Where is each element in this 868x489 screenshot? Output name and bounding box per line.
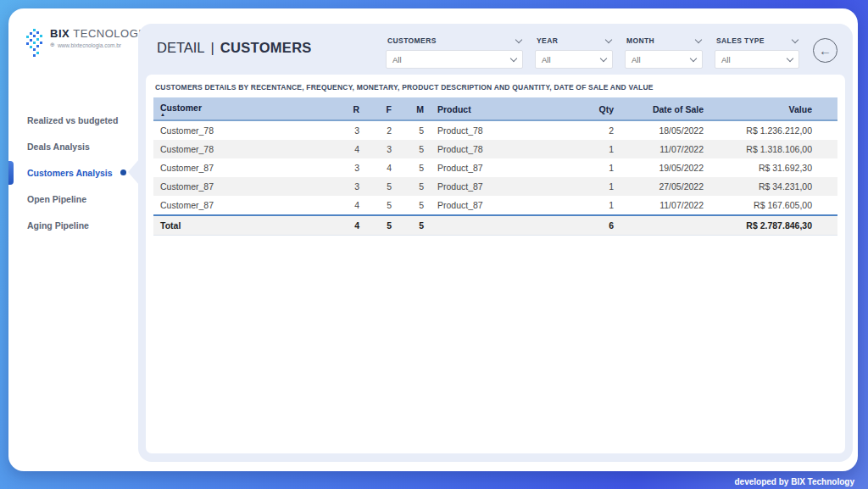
brand-name: BIX TECNOLOGIA	[50, 27, 150, 40]
cell-r: 3	[334, 120, 366, 140]
cell-date: 19/05/2022	[620, 158, 710, 177]
sidebar-item-realized-vs-budgeted[interactable]: Realized vs budgeted	[8, 107, 138, 133]
column-header-date-of-sale[interactable]: Date of Sale	[620, 97, 710, 120]
sidebar-item-label: Open Pipeline	[27, 194, 86, 204]
column-header-product[interactable]: Product	[431, 97, 565, 120]
sidebar-item-aging-pipeline[interactable]: Aging Pipeline	[8, 212, 138, 238]
back-arrow-icon: ←	[819, 44, 832, 57]
column-header-f[interactable]: F	[366, 97, 398, 120]
cell-product: Product_87	[431, 177, 565, 196]
sidebar-item-label: Customers Analysis	[27, 168, 113, 178]
filter-sales-type-dropdown[interactable]: All	[715, 50, 799, 69]
cell-m: 5	[398, 120, 431, 140]
filter-customers-dropdown[interactable]: All	[386, 50, 523, 69]
filter-value: All	[542, 55, 551, 64]
cell-product: Product_78	[431, 120, 565, 140]
customers-detail-table: Customer ▲ R F M Product Qty Date of Sal…	[153, 97, 837, 236]
sidebar-item-open-pipeline[interactable]: Open Pipeline	[8, 186, 138, 212]
column-header-customer[interactable]: Customer ▲	[153, 97, 334, 120]
filter-year-header: YEAR	[535, 34, 613, 47]
filter-customers-header: CUSTOMERS	[386, 34, 523, 47]
table-header-row: Customer ▲ R F M Product Qty Date of Sal…	[153, 97, 837, 120]
brand-website: ⊕ www.bixtecnologia.com.br	[50, 42, 150, 48]
page-title-prefix: DETAIL	[157, 40, 205, 55]
cell-qty: 2	[565, 120, 620, 140]
filter-sales-type-header: SALES TYPE	[715, 34, 799, 47]
developer-credit: developed by BIX Technology	[734, 477, 854, 486]
filter-month-header: MONTH	[625, 34, 703, 47]
cell-customer: Customer_87	[153, 196, 334, 215]
cell-value: R$ 167.605,00	[710, 196, 837, 215]
cell-m: 5	[398, 177, 431, 196]
cell-customer: Customer_87	[153, 177, 334, 196]
cell-qty: 1	[565, 158, 620, 177]
cell-m: 5	[398, 158, 431, 177]
column-header-r[interactable]: R	[334, 97, 366, 120]
cell-customer: Customer_78	[153, 120, 334, 140]
cell-product: Product_87	[431, 158, 565, 177]
table-row[interactable]: Customer_87 4 5 5 Product_87 1 11/07/202…	[153, 196, 837, 215]
sidebar-item-deals-analysis[interactable]: Deals Analysis	[8, 133, 138, 159]
column-header-m[interactable]: M	[398, 97, 431, 120]
filter-sales-type: SALES TYPE All	[715, 34, 799, 69]
brand-text: BIX TECNOLOGIA ⊕ www.bixtecnologia.com.b…	[50, 27, 150, 48]
cell-f: 4	[366, 158, 398, 177]
sidebar-item-customers-analysis[interactable]: Customers Analysis	[8, 159, 138, 186]
cell-total-product	[431, 215, 565, 236]
cell-value: R$ 31.692,30	[710, 158, 837, 177]
cell-r: 3	[334, 158, 366, 177]
panel-header: DETAIL|CUSTOMERS CUSTOMERS All YEA	[138, 24, 853, 68]
cell-f: 5	[366, 196, 398, 215]
chevron-down-icon[interactable]	[515, 36, 522, 42]
back-button[interactable]: ←	[813, 38, 837, 63]
table-row[interactable]: Customer_78 4 3 5 Product_78 1 11/07/202…	[153, 140, 837, 158]
cell-total-label: Total	[153, 215, 334, 236]
filter-value: All	[721, 55, 731, 64]
cell-value: R$ 1.236.212,00	[710, 120, 837, 140]
cell-date: 11/07/2022	[620, 196, 710, 215]
filter-month-dropdown[interactable]: All	[625, 50, 703, 69]
cell-r: 4	[334, 196, 366, 215]
column-header-qty[interactable]: Qty	[565, 97, 620, 120]
chevron-down-icon[interactable]	[605, 36, 612, 42]
column-header-value[interactable]: Value	[710, 97, 837, 120]
cell-m: 5	[398, 140, 431, 158]
filter-bar: CUSTOMERS All YEAR All	[386, 34, 799, 69]
cell-total-r: 4	[334, 215, 366, 236]
page-title-separator: |	[211, 40, 214, 55]
sidebar-item-label: Realized vs budgeted	[27, 115, 118, 125]
cell-m: 5	[398, 196, 431, 215]
cell-value: R$ 1.318.106,00	[710, 140, 837, 158]
chevron-down-icon[interactable]	[792, 36, 798, 42]
brand-logo: BIX TECNOLOGIA ⊕ www.bixtecnologia.com.b…	[25, 27, 150, 58]
cell-value: R$ 34.231,00	[710, 177, 837, 196]
sidebar: BIX TECNOLOGIA ⊕ www.bixtecnologia.com.b…	[8, 8, 138, 471]
cell-customer: Customer_87	[153, 158, 334, 177]
table-row[interactable]: Customer_78 3 2 5 Product_78 2 18/05/202…	[153, 120, 837, 140]
filter-year: YEAR All	[535, 34, 613, 69]
sidebar-item-label: Aging Pipeline	[27, 220, 89, 231]
cell-total-qty: 6	[565, 215, 620, 236]
chevron-down-icon	[787, 54, 793, 61]
filter-customers: CUSTOMERS All	[386, 34, 523, 69]
filter-value: All	[392, 55, 402, 64]
chevron-down-icon[interactable]	[695, 36, 702, 42]
filter-label: YEAR	[537, 36, 558, 45]
cell-customer: Customer_78	[153, 140, 334, 158]
sort-ascending-icon: ▲	[160, 113, 327, 116]
table-row[interactable]: Customer_87 3 4 5 Product_87 1 19/05/202…	[153, 158, 837, 177]
sidebar-item-label: Deals Analysis	[27, 142, 90, 152]
bix-dots-logo-icon	[25, 29, 44, 58]
cell-date: 18/05/2022	[620, 120, 710, 140]
cell-date: 27/05/2022	[620, 177, 710, 196]
cell-date: 11/07/2022	[620, 140, 710, 158]
cell-qty: 1	[565, 140, 620, 158]
filter-label: SALES TYPE	[716, 36, 765, 45]
filter-year-dropdown[interactable]: All	[535, 50, 613, 69]
table-row[interactable]: Customer_87 3 5 5 Product_87 1 27/05/202…	[153, 177, 837, 196]
filter-value: All	[632, 55, 641, 64]
cell-f: 5	[366, 177, 398, 196]
filter-label: MONTH	[626, 36, 654, 45]
main-window: BIX TECNOLOGIA ⊕ www.bixtecnologia.com.b…	[8, 8, 858, 471]
cell-total-m: 5	[398, 215, 431, 236]
